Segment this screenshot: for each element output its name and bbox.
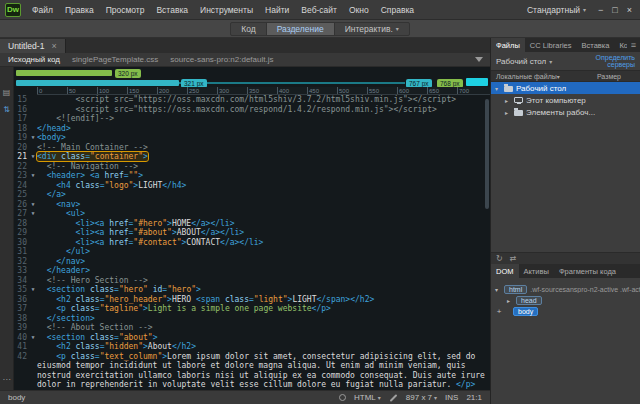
code-line[interactable]: 42 <p class="text_column">Lorem ipsum do… bbox=[14, 352, 490, 390]
code-line[interactable]: 21▼<div class="container"> bbox=[14, 152, 490, 162]
code-editor[interactable]: 15 <script src="https://oss.maxcdn.com/h… bbox=[14, 95, 490, 390]
tag-selector[interactable]: body bbox=[8, 393, 25, 402]
code-line[interactable]: 15 <script src="https://oss.maxcdn.com/h… bbox=[14, 95, 490, 105]
fold-arrow-icon[interactable]: ▼ bbox=[29, 171, 37, 181]
panel-tab[interactable]: CC Libraries bbox=[525, 38, 577, 52]
code-line[interactable]: 33 </header> bbox=[14, 266, 490, 276]
menu-item[interactable]: Справка bbox=[375, 5, 420, 15]
code-line[interactable]: 32 </nav> bbox=[14, 257, 490, 267]
dom-element-tag[interactable]: body bbox=[513, 307, 538, 316]
view-mode-button[interactable]: Интерактив.▾ bbox=[334, 23, 409, 35]
code-line[interactable]: 26▼ <nav> bbox=[14, 200, 490, 210]
tree-item[interactable]: ▸Элементы рабоч... bbox=[491, 106, 640, 118]
site-dropdown[interactable]: Рабочий стол ▾ bbox=[496, 57, 552, 66]
workspace-switcher[interactable]: Стандартный ▾ bbox=[527, 5, 586, 15]
related-file[interactable]: singlePageTemplate.css bbox=[72, 55, 158, 64]
media-badge[interactable]: 320 px bbox=[115, 69, 141, 78]
menu-item[interactable]: Вставка bbox=[150, 5, 194, 15]
tree-item[interactable]: ▸Этот компьютер bbox=[491, 94, 640, 106]
related-file[interactable]: source-sans-pro:n2:default.js bbox=[170, 55, 273, 64]
panel-tab[interactable]: Вставка bbox=[577, 38, 615, 52]
code-line[interactable]: 25 </a> bbox=[14, 190, 490, 200]
code-line[interactable]: 31 </ul> bbox=[14, 247, 490, 257]
code-line[interactable]: 39 <!-- About Section --> bbox=[14, 323, 490, 333]
dom-node[interactable]: ▸head bbox=[491, 295, 640, 306]
code-line[interactable]: 16 <script src="https://oss.maxcdn.com/r… bbox=[14, 105, 490, 115]
local-files-column[interactable]: Локальные файлы bbox=[496, 73, 557, 80]
code-line[interactable]: 41 <h2 class="hidden">About</h2> bbox=[14, 342, 490, 352]
fold-arrow-icon[interactable]: ▼ bbox=[29, 333, 37, 343]
lint-status-icon[interactable] bbox=[339, 394, 346, 401]
add-element-icon[interactable]: + bbox=[495, 307, 503, 316]
view-mode-button[interactable]: Разделение bbox=[266, 23, 334, 35]
panel-tab[interactable]: Файлы bbox=[491, 38, 525, 52]
code-line[interactable]: 18</head> bbox=[14, 124, 490, 134]
open-documents-icon[interactable]: ▤ bbox=[3, 89, 11, 97]
menu-item[interactable]: Просмотр bbox=[100, 5, 151, 15]
panel-tab[interactable]: Фрагменты кода bbox=[554, 264, 621, 278]
fold-arrow-icon[interactable]: ▼ bbox=[29, 152, 37, 162]
window-size-selector[interactable]: 897 x 7 ▾ bbox=[406, 393, 437, 402]
code-line[interactable]: 38 </section> bbox=[14, 314, 490, 324]
code-line[interactable]: 17 <![endif]--> bbox=[14, 114, 490, 124]
minimize-button[interactable]: − bbox=[598, 5, 603, 15]
panel-tab[interactable]: DOM bbox=[491, 264, 519, 278]
document-tab[interactable]: Untitled-1 × bbox=[0, 39, 66, 53]
code-line[interactable]: 34 <!-- Hero Section --> bbox=[14, 276, 490, 286]
size-column[interactable]: Размер bbox=[597, 73, 621, 80]
tree-item[interactable]: ▾Рабочий стол bbox=[491, 82, 640, 94]
code-line[interactable]: 37 <p class="tagline">Light is a simple … bbox=[14, 304, 490, 314]
file-management-icon[interactable]: ⇅ bbox=[3, 106, 10, 114]
code-line[interactable]: 23▼ <header> <a href=""> bbox=[14, 171, 490, 181]
get-put-icon[interactable]: ⇄ bbox=[510, 254, 517, 264]
fold-arrow-icon[interactable]: ▼ bbox=[29, 285, 37, 295]
filter-icon[interactable] bbox=[475, 57, 483, 62]
menu-item[interactable]: Найти bbox=[259, 5, 295, 15]
code-line[interactable]: 30 <li><a href="#contact">CONTACT</a></l… bbox=[14, 238, 490, 248]
panel-tab[interactable]: Конструктор CSS bbox=[614, 38, 626, 52]
toolbar-more-icon[interactable]: ⋯ bbox=[3, 376, 11, 384]
maximize-button[interactable]: □ bbox=[612, 5, 617, 15]
media-bar-teal[interactable] bbox=[16, 80, 179, 86]
dom-node[interactable]: ▾html.wf-sourcesanspro-n2-active .wf-act… bbox=[491, 284, 640, 295]
edit-icon[interactable] bbox=[389, 394, 397, 402]
code-line[interactable]: 35▼ <section class="hero" id="hero"> bbox=[14, 285, 490, 295]
menu-item[interactable]: Правка bbox=[59, 5, 100, 15]
dom-element-tag[interactable]: head bbox=[516, 296, 542, 305]
code-line[interactable]: 22 <!-- Navigation --> bbox=[14, 162, 490, 172]
view-mode-button[interactable]: Код bbox=[231, 23, 265, 35]
menu-item[interactable]: Веб-сайт bbox=[295, 5, 343, 15]
close-tab-icon[interactable]: × bbox=[51, 41, 56, 51]
menu-item[interactable]: Файл bbox=[26, 5, 59, 15]
fold-arrow-icon[interactable]: ▼ bbox=[29, 200, 37, 210]
code-line[interactable]: 29 <li><a href="#about">ABOUT</a></li> bbox=[14, 228, 490, 238]
media-bar-green[interactable] bbox=[16, 70, 112, 76]
fold-arrow-icon[interactable]: ▼ bbox=[29, 133, 37, 143]
code-line[interactable]: 27▼ <ul> bbox=[14, 209, 490, 219]
chevron-right-icon[interactable]: ▸ bbox=[505, 97, 511, 104]
code-scrollbar[interactable] bbox=[485, 99, 489, 209]
code-line[interactable]: 24 <h4 class="logo">LIGHT</h4> bbox=[14, 181, 490, 191]
define-servers-link[interactable]: Определить серверы bbox=[577, 54, 635, 69]
code-line[interactable]: 40▼ <section class="about"> bbox=[14, 333, 490, 343]
code-line[interactable]: 19▼<body> bbox=[14, 133, 490, 143]
close-button[interactable]: × bbox=[627, 5, 632, 15]
chevron-right-icon[interactable]: ▸ bbox=[505, 109, 511, 116]
media-bar-cyan[interactable] bbox=[466, 78, 488, 86]
panel-menu-icon[interactable]: ≡ bbox=[627, 38, 640, 52]
panel-tab[interactable]: Активы bbox=[519, 264, 554, 278]
menu-item[interactable]: Инструменты bbox=[194, 5, 259, 15]
code-line[interactable]: 20<!-- Main Container --> bbox=[14, 143, 490, 153]
related-file[interactable]: Исходный код bbox=[8, 55, 60, 64]
chevron-right-icon[interactable]: ▸ bbox=[507, 297, 513, 304]
menu-item[interactable]: Окно bbox=[343, 5, 375, 15]
chevron-down-icon[interactable]: ▾ bbox=[495, 85, 501, 92]
dom-element-tag[interactable]: html bbox=[504, 285, 527, 294]
fold-arrow-icon[interactable]: ▼ bbox=[29, 209, 37, 219]
doc-type-selector[interactable]: HTML ▾ bbox=[354, 393, 381, 402]
code-line[interactable]: 28 <li><a href="#hero">HOME</a></li> bbox=[14, 219, 490, 229]
dom-node[interactable]: +body bbox=[491, 306, 640, 317]
code-line[interactable]: 36 <h2 class="hero_header">HERO <span cl… bbox=[14, 295, 490, 305]
refresh-icon[interactable]: ↻ bbox=[496, 254, 503, 264]
chevron-down-icon[interactable]: ▾ bbox=[495, 286, 501, 293]
